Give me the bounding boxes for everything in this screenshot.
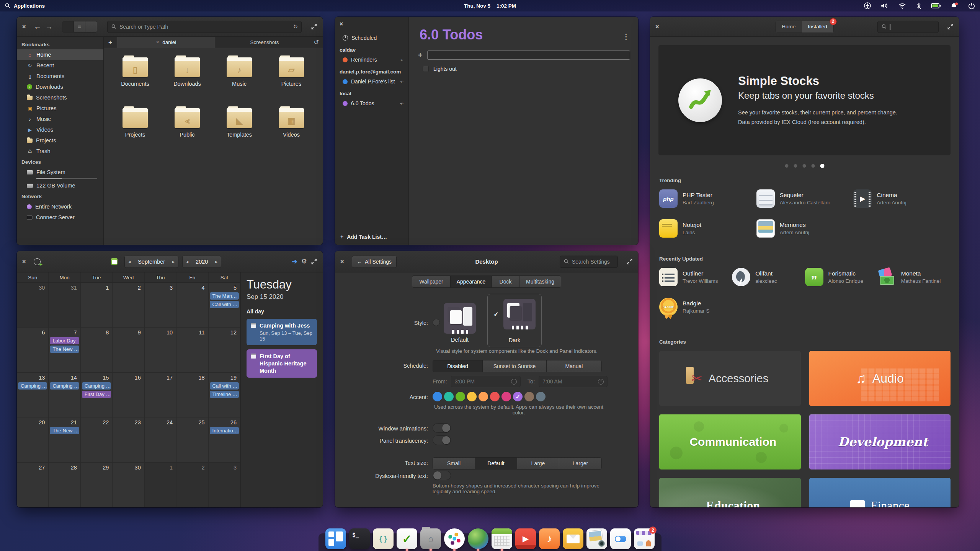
list-local[interactable]: 6.0 Todos≁ [335, 98, 408, 109]
sidebar-connect-server[interactable]: Connect Server [17, 212, 103, 223]
expand-icon[interactable] [311, 23, 317, 30]
folder-item[interactable]: ⪡ Public [175, 108, 200, 159]
calendar-day-cell[interactable]: 11 [176, 328, 208, 372]
sidebar-entire-network[interactable]: Entire Network [17, 201, 103, 212]
calendar-event[interactable]: The New … [50, 346, 79, 353]
close-icon[interactable]: × [340, 258, 348, 265]
category-tile[interactable]: Development [809, 414, 951, 469]
list-gmail[interactable]: Daniel.P.Fore's list≁ [335, 76, 408, 87]
power-icon[interactable] [968, 2, 975, 10]
window-animations-toggle[interactable] [433, 423, 451, 433]
expand-icon[interactable] [947, 23, 954, 30]
column-view-button[interactable] [85, 21, 97, 32]
dock-code[interactable]: { } [373, 528, 394, 549]
folder-item[interactable]: ▯ Documents [121, 57, 149, 108]
scheduled-item[interactable]: Scheduled [335, 32, 408, 44]
calendar-day-cell[interactable]: 19 Call with … Timeline … [209, 373, 240, 417]
calendar-event[interactable]: Internatio… [210, 427, 239, 434]
sidebar-bookmark[interactable]: ♪ Music [17, 114, 103, 124]
calendar-day-cell[interactable]: 4 [176, 283, 208, 328]
bluetooth-icon[interactable] [916, 2, 922, 10]
sidebar-bookmark[interactable]: ⌂ Home [17, 49, 103, 60]
accent-color-swatch[interactable] [456, 392, 465, 401]
text-size-default[interactable]: Default [475, 458, 517, 469]
accent-color-swatch[interactable] [490, 392, 500, 401]
next-year-icon[interactable]: ▸ [212, 259, 221, 264]
dock-calendar[interactable] [492, 528, 512, 549]
close-icon[interactable]: × [655, 23, 663, 30]
calendar-day-cell[interactable]: 3 [145, 283, 176, 328]
calendar-day-cell[interactable]: 2 [113, 283, 144, 328]
calendar-event[interactable]: The Man… [210, 292, 239, 300]
sidebar-bookmark[interactable]: ↓ Downloads [17, 82, 103, 92]
calendar-day-cell[interactable]: 18 [176, 373, 208, 417]
todo-item[interactable]: Lights out [423, 66, 457, 72]
agenda-event[interactable]: First Day of Hispanic Heritage Month [247, 349, 317, 378]
text-size-small[interactable]: Small [433, 458, 475, 469]
sidebar-bookmark[interactable]: ▯ Documents [17, 71, 103, 82]
calendar-day-cell[interactable]: 29 [81, 463, 113, 507]
forward-icon[interactable]: → [45, 22, 53, 31]
app-list-item[interactable]: MemoriesArtem Anufrij [756, 219, 854, 238]
folder-item[interactable]: ↓ Downloads [173, 57, 201, 108]
calendar-day-cell[interactable]: 5 The Man… Call with … [209, 283, 240, 328]
calendar-day-cell[interactable]: 22 [81, 417, 113, 462]
calendar-day-cell[interactable]: 16 [113, 373, 144, 417]
calendar-day-cell[interactable]: 20 [17, 417, 49, 462]
app-list-item[interactable]: OutlinerTrevor Williams [659, 268, 732, 286]
new-tab-button[interactable]: + [104, 39, 117, 46]
tab-installed[interactable]: Installed2 [802, 21, 833, 33]
calendar-day-cell[interactable]: 8 [81, 328, 113, 372]
tab-daniel[interactable]: ✕daniel [117, 37, 215, 48]
dock-system-settings[interactable] [610, 528, 631, 549]
app-list-item[interactable]: php PHP TesterBart Zaalberg [659, 189, 756, 208]
calendar-day-cell[interactable]: 15 Camping … First Day … [81, 373, 113, 417]
calendar-day-cell[interactable]: 23 [113, 417, 144, 462]
calendar-event[interactable]: Call with … [210, 301, 239, 308]
schedule-disabled-button[interactable]: Disabled [433, 360, 483, 372]
tab-screenshots[interactable]: Screenshots [215, 37, 314, 48]
sidebar-bookmark[interactable]: ♺ Trash [17, 146, 103, 156]
tab-home[interactable]: Home [776, 21, 802, 33]
appcenter-search-field[interactable] [877, 21, 939, 33]
accent-color-swatch[interactable] [444, 392, 454, 401]
featured-banner[interactable]: Simple Stocks Keep tabs on your favorite… [658, 45, 951, 155]
app-list-item[interactable]: ” ForismaticAlonso Enrique [805, 268, 878, 286]
menu-kebab-icon[interactable]: ⋮ [622, 32, 630, 41]
dyslexia-toggle[interactable] [433, 471, 451, 480]
today-icon[interactable] [111, 258, 118, 265]
from-time-field[interactable]: 3:00 PM [451, 376, 521, 387]
category-tile[interactable]: Communication [659, 414, 801, 469]
to-time-field[interactable]: 7:00 AM [539, 376, 608, 387]
calendar-day-cell[interactable]: 26 Internatio… [209, 417, 240, 462]
next-month-icon[interactable]: ▸ [169, 259, 178, 264]
settings-search-input[interactable] [572, 259, 614, 265]
accent-color-swatch[interactable] [433, 392, 442, 401]
calendar-day-cell[interactable]: 13 Camping … [17, 373, 49, 417]
app-list-item[interactable]: Olifantalexcleac [732, 268, 805, 286]
category-tile[interactable]: ♫ Audio [809, 351, 951, 406]
style-dark-option[interactable]: ✓ Dark [487, 294, 542, 347]
accent-color-swatch[interactable] [501, 392, 511, 401]
calendar-day-cell[interactable]: 30 [113, 463, 144, 507]
calendar-day-cell[interactable]: 12 [209, 328, 240, 372]
folder-item[interactable]: ▦ Videos [279, 108, 304, 159]
calendar-event[interactable]: Labor Day [50, 337, 79, 344]
app-list-item[interactable]: MonetaMatheus Fantinel [878, 268, 951, 286]
battery-icon[interactable] [931, 2, 941, 9]
dock-videos[interactable]: ▶ [515, 528, 536, 549]
calendar-day-cell[interactable]: 30 [17, 283, 49, 328]
close-icon[interactable]: × [340, 21, 347, 28]
new-task-input[interactable] [427, 51, 630, 60]
all-settings-button[interactable]: ←All Settings [352, 256, 397, 268]
folder-item[interactable]: ▱ Pictures [279, 57, 304, 108]
calendar-day-cell[interactable]: 24 [145, 417, 176, 462]
app-list-item[interactable]: NotejotLains [659, 219, 756, 238]
add-task-list-button[interactable]: +Add Task List… [335, 229, 408, 245]
prev-year-icon[interactable]: ◂ [183, 259, 192, 264]
export-icon[interactable]: ➔ [292, 258, 297, 266]
sidebar-bookmark[interactable]: ▣ Pictures [17, 103, 103, 114]
calendar-event[interactable]: Camping … [18, 382, 47, 390]
prev-month-icon[interactable]: ◂ [125, 259, 134, 264]
close-icon[interactable]: × [22, 258, 30, 265]
